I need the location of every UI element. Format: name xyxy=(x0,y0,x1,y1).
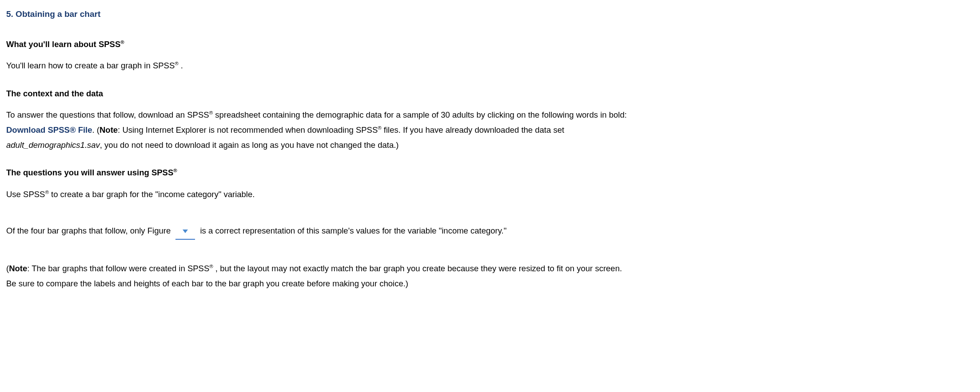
text: is a correct representation of this samp… xyxy=(198,226,506,235)
text: : Using Internet Explorer is not recomme… xyxy=(118,125,378,135)
registered-icon: ® xyxy=(378,125,381,131)
text: files. If you have already downloaded th… xyxy=(382,125,564,135)
text: to create a bar graph for the "income ca… xyxy=(49,190,255,199)
registered-icon: ® xyxy=(173,168,177,173)
paragraph-note: (Note: The bar graphs that follow were c… xyxy=(6,261,628,291)
text: spreadsheet containing the demographic d… xyxy=(213,110,627,119)
text: . ( xyxy=(92,125,100,135)
registered-icon: ® xyxy=(45,190,48,195)
note-label: Note xyxy=(9,264,27,273)
heading-text: The questions you will answer using SPSS xyxy=(6,168,173,177)
paragraph-context: To answer the questions that follow, dow… xyxy=(6,107,628,153)
note-label: Note xyxy=(100,125,118,135)
registered-icon: ® xyxy=(120,40,124,45)
registered-icon: ® xyxy=(209,110,213,115)
heading-context-data: The context and the data xyxy=(6,86,628,101)
section-title: 5. Obtaining a bar chart xyxy=(6,6,628,22)
svg-marker-0 xyxy=(183,230,188,233)
filename: adult_demographics1.sav xyxy=(6,140,100,150)
registered-icon: ® xyxy=(209,264,213,269)
chevron-down-icon xyxy=(182,229,188,234)
download-spss-file-link[interactable]: Download SPSS® File xyxy=(6,125,92,135)
paragraph-intro: You'll learn how to create a bar graph i… xyxy=(6,58,628,73)
heading-text: What you'll learn about SPSS xyxy=(6,40,120,49)
text: : The bar graphs that follow were create… xyxy=(27,264,209,273)
text: Of the four bar graphs that follow, only… xyxy=(6,226,173,235)
registered-icon: ® xyxy=(175,61,178,66)
text: Use SPSS xyxy=(6,190,45,199)
figure-select-dropdown[interactable] xyxy=(175,223,195,240)
heading-questions: The questions you will answer using SPSS… xyxy=(6,165,628,180)
paragraph-use-spss: Use SPSS® to create a bar graph for the … xyxy=(6,187,628,202)
heading-what-youll-learn: What you'll learn about SPSS® xyxy=(6,37,628,52)
paragraph-question-figure: Of the four bar graphs that follow, only… xyxy=(6,223,628,240)
text: You'll learn how to create a bar graph i… xyxy=(6,61,175,70)
text: , you do not need to download it again a… xyxy=(100,140,399,150)
text: . xyxy=(179,61,183,70)
text: To answer the questions that follow, dow… xyxy=(6,110,209,119)
